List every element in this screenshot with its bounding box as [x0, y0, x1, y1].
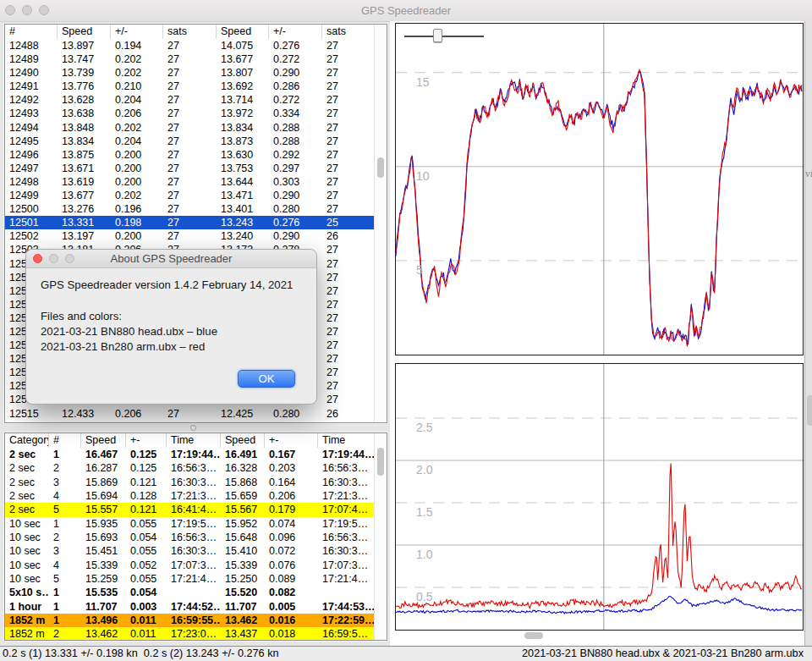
split-divider-grip[interactable]	[190, 425, 196, 431]
table-row[interactable]: 1250013.2760.1962713.4010.28027	[5, 202, 375, 216]
table-row[interactable]: 2 sec116.4670.12517:19:44…16.4910.16717:…	[5, 448, 375, 461]
table-row[interactable]: 1852 m113.4960.01116:59:55…13.4620.01617…	[5, 614, 375, 627]
results-table-body: 2 sec116.4670.12517:19:44…16.4910.16717:…	[5, 448, 375, 640]
cell: 27	[322, 93, 375, 107]
table-row[interactable]: 1249013.7390.2022713.8070.29027	[5, 66, 375, 80]
table-row[interactable]: 1249113.7760.2102713.6920.28627	[5, 80, 375, 93]
cell: 5x10 s…	[5, 586, 49, 599]
axis-tick-label: 0.5	[416, 590, 432, 603]
cell: 11.707	[81, 600, 126, 614]
cell: 16:30:3…	[318, 476, 375, 489]
cell: 27	[163, 135, 217, 148]
cell: 27	[322, 175, 375, 189]
chart-canvas	[396, 364, 803, 630]
column-header[interactable]: Speed	[221, 433, 265, 448]
cell: 0.074	[265, 517, 318, 531]
cell: 2	[49, 627, 81, 641]
table-row[interactable]: 2 sec216.2870.12516:56:3…16.3280.20316:5…	[5, 461, 375, 475]
cell: 17:07:3…	[318, 559, 375, 572]
dialog-version-text: GPS Speedreader version 1.4.2 February 1…	[41, 278, 293, 291]
raw-scrollbar-thumb[interactable]	[377, 157, 384, 178]
speed-chart[interactable]: 15105	[395, 23, 804, 355]
cell: 15.451	[81, 544, 126, 558]
cell: 16:30:3…	[318, 544, 375, 558]
column-header[interactable]: Speed	[81, 433, 126, 448]
error-chart[interactable]: 2.52.01.51.00.5	[395, 363, 804, 631]
table-row[interactable]: 2 sec315.8690.12116:30:3…15.8680.16416:3…	[5, 476, 375, 489]
status-open-files: 2021-03-21 BN880 head.ubx & 2021-03-21 B…	[522, 647, 804, 661]
table-row[interactable]: 10 sec115.9350.05517:19:5…15.9520.07417:…	[5, 517, 375, 531]
table-row[interactable]: 1852 m213.4620.01117:23:0…13.4370.01816:…	[5, 627, 375, 641]
cell: 10 sec	[5, 559, 49, 572]
cell: 0.292	[269, 148, 322, 162]
cell: 17:21:3…	[318, 489, 375, 503]
table-row[interactable]: 1249913.6770.2022713.4710.29027	[5, 189, 375, 202]
cell: 0.206	[265, 489, 318, 503]
column-header[interactable]: +/-	[269, 25, 322, 39]
cell: 27	[322, 121, 375, 135]
cell: 0.288	[269, 121, 322, 135]
table-row[interactable]: 10 sec315.4510.05516:30:3…15.4100.07216:…	[5, 544, 375, 558]
table-row[interactable]: 1248813.8970.1942714.0750.27627	[5, 39, 375, 52]
cell: 0.055	[126, 544, 167, 558]
table-row[interactable]: 1 hour111.7070.00317:44:52…11.7070.00517…	[5, 600, 375, 614]
table-row[interactable]: 5x10 s…115.5350.05415.5200.082	[5, 586, 375, 599]
column-header[interactable]: #	[49, 433, 81, 448]
table-row[interactable]: 1249513.8340.2042713.8730.28827	[5, 135, 375, 148]
column-header[interactable]: +/-	[111, 25, 163, 39]
table-row[interactable]: 1249713.6710.2002713.7530.29727	[5, 162, 375, 175]
cell: 2 sec	[5, 503, 49, 516]
background-window-fragment: vi	[805, 167, 812, 180]
ok-button[interactable]: OK	[238, 370, 295, 388]
charts-panel: 15105 2.52.01.51.00.5	[390, 21, 804, 646]
results-scrollbar-thumb[interactable]	[377, 448, 384, 476]
table-row[interactable]: 10 sec515.2590.05517:21:4…15.2500.08917:…	[5, 572, 375, 586]
table-row[interactable]: 2 sec515.5570.12116:41:4…15.5670.17917:0…	[5, 503, 375, 516]
cell: 15.567	[221, 503, 265, 516]
column-header[interactable]: sats	[163, 25, 217, 39]
cell: 12500	[5, 202, 58, 216]
raw-table-scrollbar[interactable]	[374, 25, 387, 422]
column-header[interactable]: Category	[5, 433, 49, 448]
cell: 0.096	[265, 531, 318, 544]
table-row[interactable]: 10 sec415.3390.05217:07:3…15.3390.07617:…	[5, 559, 375, 572]
cell: 27	[163, 175, 217, 189]
column-header[interactable]: Speed	[217, 25, 269, 39]
column-header[interactable]: Time	[167, 433, 221, 448]
cell: 27	[322, 52, 375, 66]
table-row[interactable]: 1251512.4330.2062712.4250.28026	[5, 407, 375, 421]
column-header[interactable]: #	[5, 25, 58, 39]
dialog-files-label: Files and colors:	[41, 310, 122, 322]
cell: 15.869	[81, 476, 126, 489]
column-header[interactable]: +-	[265, 433, 318, 448]
cell: 1852 m	[5, 614, 49, 627]
cell: 0.128	[126, 489, 167, 503]
table-row[interactable]: 1249613.8750.2002713.6300.29227	[5, 148, 375, 162]
table-row[interactable]: 10 sec215.6930.05416:56:3…15.6480.09616:…	[5, 531, 375, 544]
table-row[interactable]: 1250113.3310.1982713.2430.27625	[5, 216, 375, 229]
cell: 0.334	[269, 107, 322, 120]
cell: 1	[49, 517, 81, 531]
cell: 13.630	[217, 148, 269, 162]
column-header[interactable]: +-	[126, 433, 167, 448]
results-table-scrollbar[interactable]	[374, 433, 387, 640]
cell: 13.240	[217, 229, 269, 243]
cell: 27	[322, 66, 375, 80]
table-row[interactable]: 2 sec415.6940.12817:21:3…15.6590.20617:2…	[5, 489, 375, 503]
cell: 2 sec	[5, 476, 49, 489]
cell: 13.834	[58, 135, 111, 148]
cell: 0.089	[265, 572, 318, 586]
table-row[interactable]: 1249413.8480.2022713.8340.28827	[5, 121, 375, 135]
table-row[interactable]: 1249213.6280.2042713.7140.27227	[5, 93, 375, 107]
column-header[interactable]: Speed	[58, 25, 111, 39]
cell: 27	[163, 52, 217, 66]
table-row[interactable]: 1248913.7470.2022713.6770.27227	[5, 52, 375, 66]
table-row[interactable]: 1249313.6380.2062713.9720.33427	[5, 107, 375, 120]
horizontal-scrollbar-thumb[interactable]	[524, 632, 543, 639]
table-row[interactable]: 1250213.1970.2002713.2400.29026	[5, 229, 375, 243]
cell: 1	[49, 448, 81, 461]
cell: 17:22:59…	[318, 614, 375, 627]
cell: 12515	[5, 407, 58, 421]
cell: 10 sec	[5, 531, 49, 544]
table-row[interactable]: 1249813.6190.2002713.6440.30327	[5, 175, 375, 189]
